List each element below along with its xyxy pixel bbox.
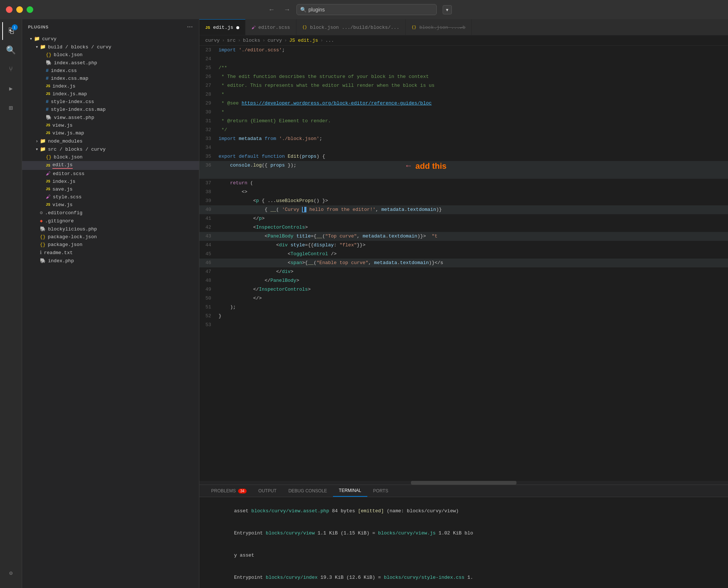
terminal-line-1: asset blocks/curvy/view.asset.php 84 byt…: [205, 500, 722, 522]
traffic-lights: [6, 6, 33, 13]
tree-item-view-asset-php-build[interactable]: 🐘 view.asset.php: [22, 113, 199, 122]
code-line-28: 28 *: [199, 90, 728, 99]
tree-item-blockylicious-php[interactable]: 🐘 blockylicious.php: [22, 225, 199, 233]
php-icon: 🐘: [46, 60, 52, 66]
code-line-49: 49 </InspectorControls>: [199, 285, 728, 294]
json-file-icon: {}: [302, 25, 307, 30]
sidebar-header: PLUGINS ···: [22, 19, 199, 35]
tree-item-index-js-map-build[interactable]: JS index.js.map: [22, 90, 199, 98]
tree-item-editorconfig[interactable]: ⚙ .editorconfig: [22, 209, 199, 217]
php-icon: 🐘: [46, 114, 52, 120]
tree-item-label: build / blocks / curvy: [48, 44, 111, 50]
tree-item-node-modules[interactable]: › 📁 node_modules: [22, 137, 199, 145]
json-file-icon: {}: [412, 25, 416, 30]
horizontal-scrollbar[interactable]: [199, 481, 728, 485]
panel-tab-terminal[interactable]: TERMINAL: [333, 485, 367, 497]
nav-back-button[interactable]: ←: [265, 4, 278, 15]
bc-src: src: [227, 38, 236, 43]
minimize-button[interactable]: [16, 6, 23, 13]
json-icon: {}: [46, 52, 52, 58]
tree-item-index-js-src[interactable]: JS index.js: [22, 178, 199, 185]
global-search-input[interactable]: [296, 4, 437, 15]
code-line-53: 53: [199, 321, 728, 329]
tree-item-view-js-src[interactable]: JS view.js: [22, 201, 199, 209]
tree-item-label: editor.scss: [53, 171, 85, 177]
tree-item-index-asset-php-build[interactable]: 🐘 index.asset.php: [22, 59, 199, 67]
tree-item-style-index-css-map-build[interactable]: # style-index.css.map: [22, 106, 199, 113]
tree-item-style-index-css-build[interactable]: # style-index.css: [22, 98, 199, 106]
scss-file-icon: 🖌: [251, 25, 255, 30]
tree-item-index-css-build[interactable]: # index.css: [22, 67, 199, 75]
panel-tab-ports[interactable]: PORTS: [367, 485, 394, 497]
maximize-button[interactable]: [27, 6, 33, 13]
panel-tab-debug-console[interactable]: DEBUG CONSOLE: [282, 485, 333, 497]
close-button[interactable]: [6, 6, 13, 13]
tree-item-build-blocks-curvy[interactable]: ▾ 📁 build / blocks / curvy: [22, 43, 199, 51]
panel-tabs: PROBLEMS 34 OUTPUT DEBUG CONSOLE TERMINA…: [199, 485, 728, 497]
scss-icon: 🖌: [46, 194, 51, 200]
chevron-down-icon: ▾: [34, 44, 40, 50]
activity-explorer[interactable]: ⎗ 1: [2, 22, 20, 40]
tree-item-index-css-map-build[interactable]: # index.css.map: [22, 75, 199, 82]
tree-item-src-blocks-curvy[interactable]: ▾ 📁 src / blocks / curvy: [22, 145, 199, 153]
tree-item-curvy[interactable]: ▾ 📁 curvy: [22, 35, 199, 43]
code-line-50: 50 </>: [199, 294, 728, 303]
activity-remote[interactable]: ⊙: [2, 564, 20, 582]
tab-block-json-src[interactable]: {} block.json ...↵b: [406, 19, 472, 35]
tree-item-package-json[interactable]: {} package.json: [22, 241, 199, 249]
js-icon: JS: [46, 164, 50, 168]
panel-tab-label: OUTPUT: [258, 488, 277, 493]
editor-area: JS edit.js 🖌 editor.scss {} block.json .…: [199, 19, 728, 588]
sidebar-more-button[interactable]: ···: [187, 24, 193, 30]
activity-source-control[interactable]: ⑂: [2, 61, 20, 78]
tab-label: block.json .../build/blocks/...: [310, 25, 399, 30]
js-icon: JS: [46, 187, 50, 191]
tree-item-block-json-build[interactable]: {} block.json: [22, 51, 199, 59]
tab-editor-scss[interactable]: 🖌 editor.scss: [245, 19, 296, 35]
tab-label: block.json ...↵b: [419, 24, 466, 30]
tab-label: edit.js: [213, 25, 233, 30]
extensions-icon: ⊞: [9, 104, 13, 112]
js-icon: JS: [46, 123, 50, 127]
tree-item-gitignore[interactable]: ◆ .gitignore: [22, 217, 199, 225]
tree-item-package-lock-json[interactable]: {} package-lock.json: [22, 233, 199, 241]
activity-search[interactable]: 🔍: [2, 41, 20, 59]
tree-item-block-json-src[interactable]: {} block.json: [22, 153, 199, 161]
panel-tab-output[interactable]: OUTPUT: [253, 485, 282, 497]
tree-item-label: index.js.map: [52, 91, 87, 97]
tree-item-view-js-build[interactable]: JS view.js: [22, 122, 199, 129]
tree-item-label: view.asset.php: [54, 115, 94, 120]
code-line-26: 26 * The edit function describes the str…: [199, 72, 728, 81]
tree-item-label: view.js: [52, 202, 73, 208]
nav-forward-button[interactable]: →: [281, 4, 293, 15]
explorer-badge: 1: [12, 24, 18, 30]
tree-item-index-js-build[interactable]: JS index.js: [22, 82, 199, 90]
tab-label: editor.scss: [258, 25, 290, 30]
tree-item-edit-js-src[interactable]: JS edit.js: [22, 161, 199, 170]
tree-item-style-scss-src[interactable]: 🖌 style.scss: [22, 193, 199, 201]
tree-item-label: save.js: [52, 187, 73, 192]
tree-item-index-php[interactable]: 🐘 index.php: [22, 257, 199, 265]
activity-bar: ⎗ 1 🔍 ⑂ ▶ ⊞ ⊙: [0, 19, 22, 588]
activity-run[interactable]: ▶: [2, 80, 20, 98]
code-editor[interactable]: 23 import './editor.scss'; 24 25 /** 26 …: [199, 46, 728, 481]
title-bar: ← → 🔍 ▾: [0, 0, 728, 19]
tree-item-save-js-src[interactable]: JS save.js: [22, 185, 199, 193]
tree-item-readme-txt[interactable]: ℹ readme.txt: [22, 249, 199, 257]
sidebar: PLUGINS ··· ▾ 📁 curvy ▾ 📁 build / blocks…: [22, 19, 199, 588]
tab-edit-js[interactable]: JS edit.js: [199, 19, 245, 35]
search-dropdown-button[interactable]: ▾: [443, 5, 452, 14]
js-map-icon: JS: [46, 92, 50, 96]
tree-item-view-js-map-build[interactable]: JS view.js.map: [22, 129, 199, 137]
tab-block-json-build[interactable]: {} block.json .../build/blocks/...: [296, 19, 406, 35]
scss-icon: 🖌: [46, 171, 51, 177]
scrollbar-thumb[interactable]: [411, 481, 516, 485]
tree-item-editor-scss-src[interactable]: 🖌 editor.scss: [22, 170, 199, 178]
problems-badge: 34: [238, 489, 247, 493]
code-line-25: 25 /**: [199, 64, 728, 72]
tree-item-label: block.json: [54, 52, 83, 58]
activity-extensions[interactable]: ⊞: [2, 99, 20, 117]
panel-tab-problems[interactable]: PROBLEMS 34: [205, 485, 253, 497]
panel: PROBLEMS 34 OUTPUT DEBUG CONSOLE TERMINA…: [199, 485, 728, 588]
code-line-51: 51 );: [199, 303, 728, 312]
